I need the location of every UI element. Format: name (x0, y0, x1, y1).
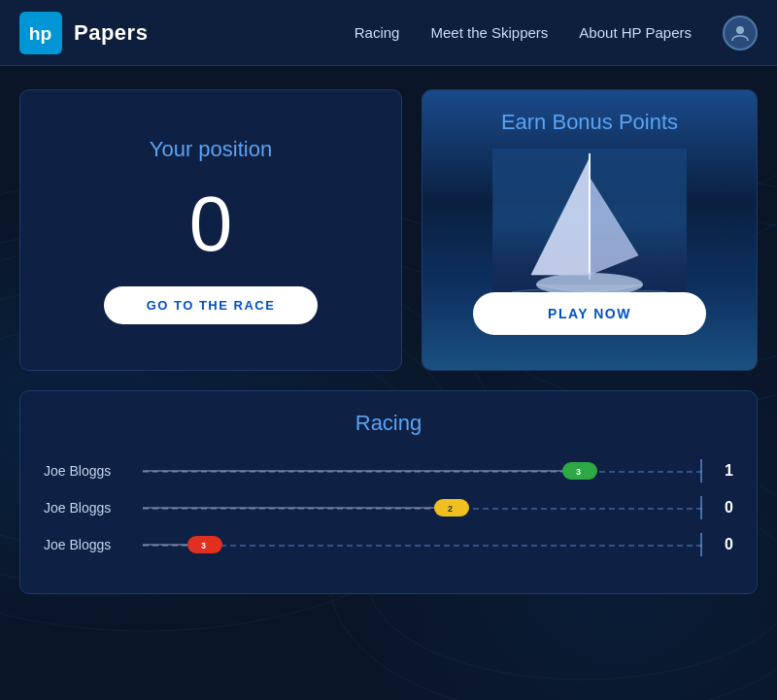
boat-tail-3 (143, 544, 187, 546)
race-track-1: 3 (143, 459, 702, 483)
brand-title: Papers (74, 20, 148, 46)
svg-text:3: 3 (576, 467, 581, 477)
svg-text:2: 2 (448, 504, 453, 514)
boat-2: 2 (434, 499, 469, 517)
bonus-card: Earn Bonus Points (422, 89, 758, 371)
boat-1: 3 (562, 462, 597, 480)
position-value: 0 (189, 185, 233, 263)
boat-tail-1 (143, 470, 562, 472)
top-row: Your position 0 GO TO THE RACE Earn Bonu… (19, 89, 758, 371)
race-track-2: 2 (143, 496, 702, 519)
boat-3: 3 (187, 536, 222, 553)
race-row-1: Joe Bloggs 3 1 (44, 459, 733, 483)
track-end-2 (700, 496, 702, 519)
main-nav: Racing Meet the Skippers About HP Papers (355, 16, 758, 50)
track-end-3 (700, 533, 702, 556)
nav-about[interactable]: About HP Papers (579, 24, 692, 41)
track-end-1 (700, 459, 702, 483)
race-score-2: 0 (714, 499, 733, 517)
race-row-2: Joe Bloggs 2 0 (44, 496, 733, 519)
position-card: Your position 0 GO TO THE RACE (19, 89, 402, 371)
play-now-button[interactable]: PLAY NOW (473, 292, 706, 335)
user-icon[interactable] (723, 16, 758, 50)
nav-skippers[interactable]: Meet the Skippers (430, 24, 548, 41)
svg-text:3: 3 (201, 541, 206, 550)
track-line-3 (143, 545, 702, 547)
svg-point-8 (736, 26, 744, 34)
racing-section-title: Racing (44, 411, 733, 436)
racing-card: Racing Joe Bloggs 3 1 Joe Bloggs (19, 390, 758, 594)
nav-racing[interactable]: Racing (355, 24, 400, 41)
racer-name-3: Joe Bloggs (44, 537, 131, 552)
racer-name-2: Joe Bloggs (44, 500, 131, 516)
boat-tail-2 (143, 507, 434, 509)
race-score-1: 1 (714, 462, 733, 480)
hp-logo-icon[interactable]: hp (19, 12, 62, 54)
bonus-title: Earn Bonus Points (501, 110, 678, 135)
position-label: Your position (150, 137, 272, 162)
race-row-3: Joe Bloggs 3 0 (44, 533, 733, 556)
racer-name-1: Joe Bloggs (44, 463, 131, 479)
svg-text:hp: hp (29, 23, 52, 44)
go-to-race-button[interactable]: GO TO THE RACE (104, 286, 318, 324)
race-score-3: 0 (714, 536, 733, 553)
logo-container: hp Papers (19, 12, 148, 54)
race-track-3: 3 (143, 533, 702, 556)
